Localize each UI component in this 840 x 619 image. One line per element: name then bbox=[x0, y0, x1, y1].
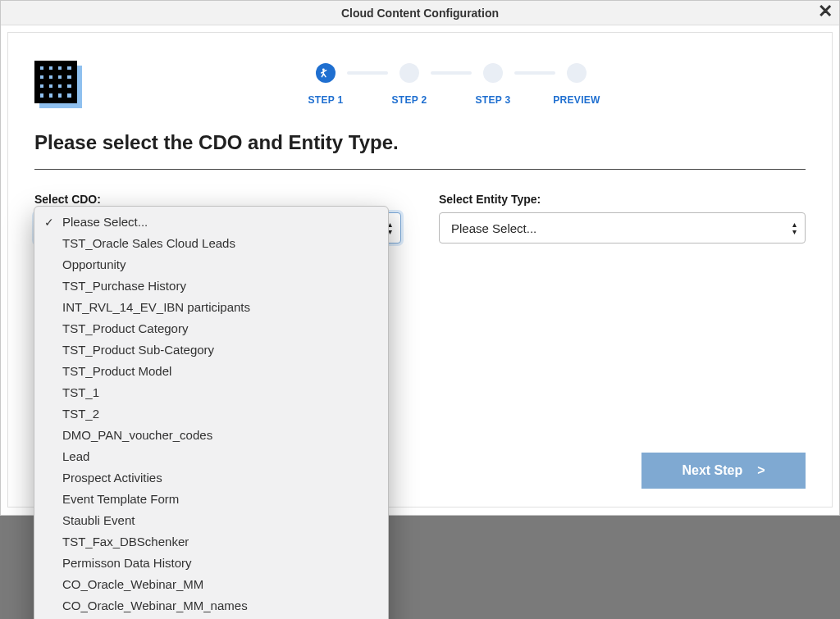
close-icon[interactable]: ✕ bbox=[818, 2, 833, 20]
step-1[interactable]: STEP 1 bbox=[293, 63, 358, 106]
entity-field: Select Entity Type: Please Select... ▴▾ bbox=[439, 193, 806, 244]
cdo-option[interactable]: TST_Product Sub-Category bbox=[34, 339, 388, 361]
cdo-option[interactable]: INT_RVL_14_EV_IBN participants bbox=[34, 297, 388, 318]
cdo-option[interactable]: Event Template Form bbox=[34, 489, 388, 510]
cdo-option[interactable]: TST_2 bbox=[34, 403, 388, 425]
cdo-option[interactable]: TST_Oracle Sales Cloud Leads bbox=[34, 233, 388, 254]
step-connector bbox=[514, 71, 555, 75]
data-grid-icon bbox=[34, 61, 82, 108]
select-stepper-icon: ▴▾ bbox=[792, 221, 797, 234]
cdo-option[interactable]: TST_Product Category bbox=[34, 318, 388, 339]
step-label: STEP 3 bbox=[476, 94, 511, 106]
next-step-button[interactable]: Next Step > bbox=[641, 453, 806, 489]
step-dot-icon bbox=[399, 63, 419, 83]
cdo-option[interactable]: CO_Oracle_Webinar_MM bbox=[34, 574, 388, 595]
step-dot-icon bbox=[567, 63, 587, 83]
cdo-label: Select CDO: bbox=[34, 193, 401, 206]
step-2[interactable]: STEP 2 bbox=[377, 63, 442, 106]
step-dot-icon bbox=[483, 63, 503, 83]
step-label: STEP 2 bbox=[392, 94, 427, 106]
cdo-option[interactable]: TST_Purchase History bbox=[34, 275, 388, 297]
step-indicator: STEP 1STEP 2STEP 3PREVIEW bbox=[97, 61, 806, 108]
cdo-option[interactable]: Staubli Event bbox=[34, 510, 388, 531]
cdo-option[interactable]: Prospect Activities bbox=[34, 467, 388, 489]
modal-header: Cloud Content Configuration ✕ bbox=[1, 1, 839, 25]
cdo-option[interactable]: TST_Product Model bbox=[34, 361, 388, 382]
heading-divider bbox=[34, 169, 806, 170]
step-4[interactable]: PREVIEW bbox=[544, 63, 609, 106]
chevron-right-icon: > bbox=[757, 463, 765, 478]
entity-select[interactable]: Please Select... ▴▾ bbox=[439, 212, 806, 244]
step-connector bbox=[431, 71, 472, 75]
cdo-option[interactable]: TST_1 bbox=[34, 382, 388, 403]
entity-label: Select Entity Type: bbox=[439, 193, 806, 206]
entity-selected-value: Please Select... bbox=[451, 221, 536, 235]
top-zone: STEP 1STEP 2STEP 3PREVIEW bbox=[34, 61, 806, 108]
cdo-dropdown-panel[interactable]: Please Select...TST_Oracle Sales Cloud L… bbox=[34, 206, 389, 619]
cdo-option[interactable]: Permisson Data History bbox=[34, 553, 388, 574]
cdo-option[interactable]: Opportunity bbox=[34, 254, 388, 275]
step-label: PREVIEW bbox=[553, 94, 600, 106]
step-3[interactable]: STEP 3 bbox=[460, 63, 526, 106]
step-label: STEP 1 bbox=[308, 94, 344, 106]
modal-title: Cloud Content Configuration bbox=[341, 7, 499, 20]
next-step-label: Next Step bbox=[682, 463, 742, 478]
page-heading: Please select the CDO and Entity Type. bbox=[34, 131, 806, 154]
cdo-option[interactable]: Lead bbox=[34, 446, 388, 467]
cdo-option[interactable]: CO_Oracle_Webinar_MM_names bbox=[34, 595, 388, 617]
step-active-icon bbox=[316, 63, 336, 83]
cdo-option[interactable]: TST_Fax_DBSchenker bbox=[34, 531, 388, 553]
step-connector bbox=[347, 71, 388, 75]
cdo-option[interactable]: Please Select... bbox=[34, 212, 388, 233]
cdo-option[interactable]: DMO_PAN_voucher_codes bbox=[34, 425, 388, 446]
